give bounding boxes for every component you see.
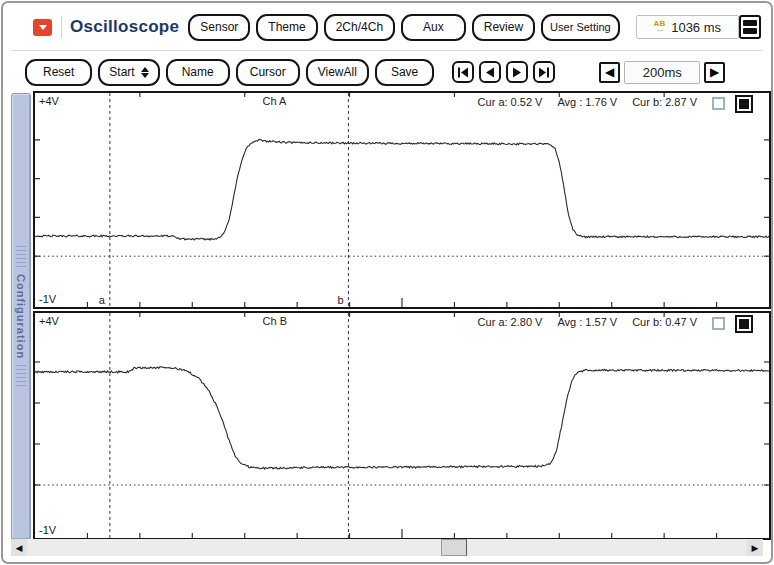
- cursor-a-tag[interactable]: a: [99, 294, 105, 306]
- cursor-button[interactable]: Cursor: [236, 59, 300, 86]
- dropdown-triangle-icon: [39, 25, 47, 30]
- channel-b-waveform: [35, 313, 769, 538]
- oscilloscope-window: Oscilloscope Sensor Theme 2Ch/4Ch Aux Re…: [1, 1, 773, 564]
- app-dropdown-icon[interactable]: [33, 19, 52, 36]
- cursor-b-readout: Cur b: 2.87 V: [632, 96, 697, 108]
- channel-b-checkbox[interactable]: [712, 317, 725, 330]
- cursor-a-readout: Cur a: 2.80 V: [478, 316, 543, 328]
- sensor-button[interactable]: Sensor: [188, 14, 250, 41]
- skip-to-end-icon: [538, 67, 550, 78]
- horizontal-scrollbar: ◀ ▶: [11, 539, 763, 556]
- menu-icon[interactable]: [739, 15, 761, 39]
- scroll-right-icon[interactable]: ▶: [747, 539, 763, 556]
- grip-ridges-icon: [16, 246, 26, 268]
- cursor-b-tag[interactable]: b: [337, 294, 343, 306]
- channel-a-waveform: [35, 93, 769, 307]
- configuration-panel-handle[interactable]: Configuration: [11, 93, 31, 540]
- step-back-icon: [485, 67, 495, 78]
- app-title: Oscilloscope: [70, 17, 179, 37]
- channel-a-panel: +4V Ch A Cur a: 0.52 V Avg : 1.76 V Cur …: [33, 91, 771, 309]
- cursor-a-readout: Cur a: 0.52 V: [478, 96, 543, 108]
- cursor-b-readout: Cur b: 0.47 V: [632, 316, 697, 328]
- timebase-value: 200ms: [624, 61, 700, 84]
- theme-button[interactable]: Theme: [256, 14, 317, 41]
- title-divider: [61, 16, 62, 38]
- channel-b-display-toggle[interactable]: [735, 315, 753, 333]
- cursor-delta-time-field: AB ↔ 1036 ms: [636, 15, 739, 39]
- skip-to-end-button[interactable]: [533, 61, 555, 83]
- y-max-label: +4V: [39, 95, 59, 107]
- name-button[interactable]: Name: [166, 59, 230, 86]
- review-button[interactable]: Review: [472, 14, 535, 41]
- reset-button[interactable]: Reset: [25, 59, 92, 86]
- timebase-control: ◀ 200ms ▶: [599, 61, 725, 84]
- scroll-left-icon[interactable]: ◀: [11, 539, 27, 556]
- right-triangle-icon: ▶: [710, 66, 719, 78]
- y-min-label: -1V: [39, 524, 56, 536]
- start-button[interactable]: Start: [98, 59, 159, 86]
- filled-square-icon: [739, 99, 749, 109]
- channel-b-panel: +4V Ch B Cur a: 2.80 V Avg : 1.57 V Cur …: [33, 311, 771, 540]
- viewall-button[interactable]: ViewAll: [306, 59, 369, 86]
- channel-name-label: Ch B: [263, 315, 287, 327]
- menu-bar-top: [743, 20, 757, 26]
- toolbar-divider: [11, 50, 763, 51]
- avg-readout: Avg : 1.76 V: [557, 96, 617, 108]
- scrollbar-track[interactable]: [27, 539, 747, 556]
- channel-a-checkbox[interactable]: [712, 97, 725, 110]
- filled-square-icon: [739, 319, 749, 329]
- scrollbar-thumb[interactable]: [441, 539, 467, 556]
- menu-bar-bottom: [743, 28, 757, 34]
- configuration-label: Configuration: [15, 274, 27, 359]
- channel-mode-button[interactable]: 2Ch/4Ch: [324, 14, 395, 41]
- channel-a-display-toggle[interactable]: [735, 95, 753, 113]
- y-min-label: -1V: [39, 293, 56, 305]
- aux-button[interactable]: Aux: [401, 14, 466, 41]
- step-forward-button[interactable]: [506, 61, 528, 83]
- user-setting-button[interactable]: User Setting: [541, 14, 620, 41]
- cursor-delta-time-value: 1036 ms: [671, 20, 721, 35]
- skip-to-start-icon: [457, 67, 469, 78]
- channel-b-readouts: Cur a: 2.80 V Avg : 1.57 V Cur b: 0.47 V: [478, 316, 697, 328]
- ab-cursor-delta-icon: AB ↔: [654, 21, 666, 33]
- grip-ridges-icon: [16, 365, 26, 387]
- y-max-label: +4V: [39, 315, 59, 327]
- timebase-decrease-button[interactable]: ◀: [599, 62, 620, 83]
- transport-controls: [452, 61, 555, 83]
- skip-to-start-button[interactable]: [452, 61, 474, 83]
- save-button[interactable]: Save: [375, 59, 434, 86]
- step-back-button[interactable]: [479, 61, 501, 83]
- top-toolbar: Oscilloscope Sensor Theme 2Ch/4Ch Aux Re…: [33, 11, 761, 43]
- left-triangle-icon: ◀: [605, 66, 614, 78]
- timebase-increase-button[interactable]: ▶: [704, 62, 725, 83]
- start-spinner-icon: [141, 67, 149, 78]
- avg-readout: Avg : 1.57 V: [557, 316, 617, 328]
- channel-a-readouts: Cur a: 0.52 V Avg : 1.76 V Cur b: 2.87 V: [478, 96, 697, 108]
- step-forward-icon: [512, 67, 522, 78]
- channel-name-label: Ch A: [263, 95, 287, 107]
- control-toolbar: Reset Start Name Cursor ViewAll Save: [25, 57, 761, 87]
